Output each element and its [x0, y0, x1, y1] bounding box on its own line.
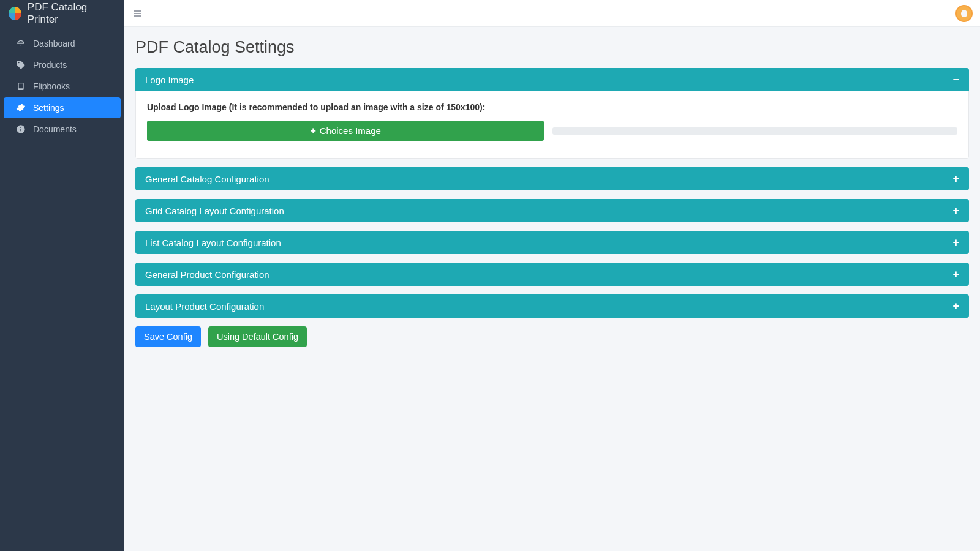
brand-name: PDF Catalog Printer	[28, 1, 116, 26]
sidebar-item-label: Documents	[33, 124, 77, 134]
panel-title: Grid Catalog Layout Configuration	[145, 206, 284, 216]
panel-header-list-layout[interactable]: List Catalog Layout Configuration +	[135, 231, 969, 254]
panel-header-general-catalog[interactable]: General Catalog Configuration +	[135, 167, 969, 190]
panel-header-grid-layout[interactable]: Grid Catalog Layout Configuration +	[135, 199, 969, 222]
upload-row: + Choices Image	[147, 121, 957, 141]
upload-progress-bar	[552, 127, 957, 135]
panel-header-logo[interactable]: Logo Image −	[135, 68, 969, 91]
choose-image-button[interactable]: + Choices Image	[147, 121, 544, 141]
gear-icon	[16, 103, 26, 113]
page-title: PDF Catalog Settings	[135, 38, 969, 57]
sidebar-item-documents[interactable]: Documents	[4, 119, 121, 140]
topbar	[124, 0, 980, 27]
menu-toggle-icon[interactable]	[132, 7, 144, 20]
panel-general-product: General Product Configuration +	[135, 263, 969, 286]
sidebar-nav: Dashboard Products Flipbooks Settings Do…	[0, 27, 124, 140]
brand: PDF Catalog Printer	[0, 0, 124, 27]
panel-title: General Catalog Configuration	[145, 174, 270, 184]
info-icon	[16, 124, 26, 134]
collapse-icon: −	[952, 74, 959, 85]
expand-icon: +	[952, 301, 959, 312]
panel-logo-image: Logo Image − Upload Logo Image (It is re…	[135, 68, 969, 159]
panel-body-logo: Upload Logo Image (It is recommended to …	[135, 91, 969, 159]
panel-header-layout-product[interactable]: Layout Product Configuration +	[135, 294, 969, 318]
upload-logo-label: Upload Logo Image (It is recommended to …	[147, 102, 957, 112]
panel-header-general-product[interactable]: General Product Configuration +	[135, 263, 969, 286]
tag-icon	[16, 60, 26, 70]
sidebar-item-label: Settings	[33, 103, 64, 113]
content: PDF Catalog Settings Logo Image − Upload…	[124, 27, 980, 372]
sidebar: PDF Catalog Printer Dashboard Products F…	[0, 0, 124, 551]
default-config-button[interactable]: Using Default Config	[208, 326, 307, 347]
sidebar-item-settings[interactable]: Settings	[4, 97, 121, 118]
sidebar-item-products[interactable]: Products	[4, 54, 121, 75]
sidebar-item-dashboard[interactable]: Dashboard	[4, 33, 121, 54]
plus-icon: +	[310, 126, 315, 136]
action-row: Save Config Using Default Config	[135, 326, 969, 347]
save-config-button[interactable]: Save Config	[135, 326, 201, 347]
main: PDF Catalog Settings Logo Image − Upload…	[124, 0, 980, 551]
expand-icon: +	[952, 269, 959, 280]
panel-title: General Product Configuration	[145, 269, 270, 280]
book-icon	[16, 81, 26, 91]
panel-title: Layout Product Configuration	[145, 301, 264, 312]
sidebar-item-label: Products	[33, 60, 67, 70]
brand-logo-icon	[9, 7, 21, 20]
expand-icon: +	[952, 173, 959, 184]
sidebar-item-label: Dashboard	[33, 39, 75, 48]
dashboard-icon	[16, 39, 26, 48]
panel-general-catalog: General Catalog Configuration +	[135, 167, 969, 190]
avatar[interactable]	[956, 5, 973, 22]
choose-image-label: Choices Image	[320, 126, 381, 136]
expand-icon: +	[952, 205, 959, 216]
panel-title: List Catalog Layout Configuration	[145, 238, 281, 248]
expand-icon: +	[952, 237, 959, 248]
sidebar-item-label: Flipbooks	[33, 81, 70, 91]
sidebar-item-flipbooks[interactable]: Flipbooks	[4, 76, 121, 97]
panel-layout-product: Layout Product Configuration +	[135, 294, 969, 318]
panel-grid-layout: Grid Catalog Layout Configuration +	[135, 199, 969, 222]
panel-title: Logo Image	[145, 75, 194, 85]
panel-list-layout: List Catalog Layout Configuration +	[135, 231, 969, 254]
